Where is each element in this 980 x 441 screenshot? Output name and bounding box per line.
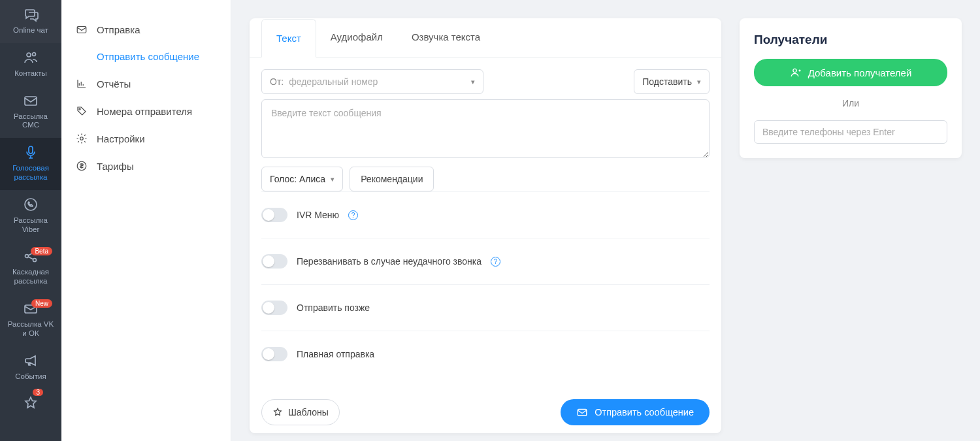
nav-contacts[interactable]: Контакты <box>0 43 61 86</box>
subnav-label: Настройки <box>97 133 145 144</box>
subnav-label: Отправить сообщение <box>97 51 199 62</box>
subnav-sender-numbers[interactable]: Номера отправителя <box>61 97 231 125</box>
subnav-label: Тарифы <box>97 161 134 172</box>
or-text: Или <box>754 98 947 108</box>
help-icon[interactable]: ? <box>348 210 358 220</box>
form-body: От: федеральный номер ▾ Подставить ▾ Гол… <box>250 57 721 389</box>
tag-icon <box>76 105 88 117</box>
new-badge: New <box>31 299 52 308</box>
contacts-icon <box>23 50 39 65</box>
chevron-down-icon: ▾ <box>697 78 701 86</box>
svg-rect-3 <box>29 146 33 154</box>
envelope-icon <box>76 24 88 35</box>
callback-label: Перезванивать в случае неудачного звонка <box>297 256 482 267</box>
substitute-select[interactable]: Подставить ▾ <box>634 69 710 94</box>
beta-badge: Beta <box>31 247 52 255</box>
card-footer: Шаблоны Отправить сообщение <box>250 389 721 433</box>
svg-rect-13 <box>578 410 587 416</box>
envelope-icon <box>576 406 588 418</box>
subnav-send[interactable]: Отправка <box>61 16 231 43</box>
envelope-icon <box>23 93 39 108</box>
subnav-send-message[interactable]: Отправить сообщение <box>61 43 231 70</box>
subnav-tariffs[interactable]: Тарифы <box>61 152 231 180</box>
ivr-toggle[interactable] <box>261 208 287 222</box>
nav-label: Рассылка VK и ОК <box>8 320 54 338</box>
subnav-label: Отчёты <box>97 78 131 90</box>
nav-cascade[interactable]: Beta Каскадная рассылка <box>0 242 61 294</box>
recipients-card: Получатели Добавить получателей Или <box>740 18 962 158</box>
content: Текст Аудиофайл Озвучка текста От: федер… <box>231 0 980 441</box>
count-badge: 3 <box>33 389 43 396</box>
chart-icon <box>76 78 88 90</box>
send-button[interactable]: Отправить сообщение <box>561 399 710 425</box>
dollar-icon <box>76 160 88 172</box>
star-icon <box>272 407 283 417</box>
smooth-label: Плавная отправка <box>297 349 374 359</box>
tab-text[interactable]: Текст <box>261 19 316 57</box>
chevron-down-icon: ▾ <box>471 78 475 86</box>
recipients-title: Получатели <box>754 33 947 47</box>
gear-icon <box>76 133 88 144</box>
ivr-label: IVR Меню <box>297 210 339 220</box>
substitute-label: Подставить <box>642 76 692 87</box>
tab-audio[interactable]: Аудиофайл <box>316 18 397 57</box>
message-input[interactable] <box>261 99 710 158</box>
voice-select[interactable]: Голос: Алиса ▾ <box>261 167 343 191</box>
user-plus-icon <box>790 67 802 78</box>
sub-nav: Отправка Отправить сообщение Отчёты Номе… <box>61 0 231 441</box>
nav-viber[interactable]: Рассылка Viber <box>0 190 61 242</box>
microphone-icon <box>23 144 39 160</box>
nav-online-chat[interactable]: Online чат <box>0 0 61 43</box>
nav-label: Online чат <box>13 26 48 35</box>
svg-point-10 <box>79 108 80 110</box>
compose-card: Текст Аудиофайл Озвучка текста От: федер… <box>250 18 721 433</box>
subnav-settings[interactable]: Настройки <box>61 125 231 152</box>
megaphone-icon <box>23 353 39 368</box>
svg-point-11 <box>80 137 84 140</box>
from-select[interactable]: От: федеральный номер ▾ <box>261 69 483 94</box>
nav-label: События <box>15 372 46 382</box>
phones-input[interactable] <box>754 120 947 144</box>
help-icon[interactable]: ? <box>491 257 500 267</box>
nav-label: Контакты <box>14 69 47 78</box>
svg-point-0 <box>27 53 31 57</box>
chat-icon <box>23 7 39 22</box>
subnav-label: Номера отправителя <box>97 106 192 117</box>
from-value: федеральный номер <box>289 76 466 87</box>
svg-point-14 <box>793 69 796 72</box>
nav-voice[interactable]: Голосовая рассылка <box>0 138 61 190</box>
nav-sms[interactable]: Рассылка СМС <box>0 86 61 139</box>
subnav-reports[interactable]: Отчёты <box>61 70 231 97</box>
templates-button[interactable]: Шаблоны <box>261 399 340 425</box>
svg-rect-2 <box>25 97 37 105</box>
recommendations-button[interactable]: Рекомендации <box>350 167 434 191</box>
star-icon <box>23 395 39 411</box>
tabs: Текст Аудиофайл Озвучка текста <box>250 18 721 57</box>
voice-value: Голос: Алиса <box>270 174 325 184</box>
later-label: Отправить позже <box>297 302 370 313</box>
nav-vk-ok[interactable]: New Рассылка VK и ОК <box>0 294 61 346</box>
main-nav: Online чат Контакты Рассылка СМС Голосов… <box>0 0 61 441</box>
viber-icon <box>23 197 39 212</box>
nav-label: Рассылка СМС <box>14 112 48 131</box>
nav-favorites[interactable]: 3 <box>0 389 61 411</box>
add-recipients-button[interactable]: Добавить получателей <box>754 59 947 86</box>
tab-tts[interactable]: Озвучка текста <box>397 18 495 57</box>
later-toggle[interactable] <box>261 301 287 315</box>
smooth-toggle[interactable] <box>261 347 287 361</box>
svg-point-1 <box>33 52 36 56</box>
nav-events[interactable]: События <box>0 346 61 389</box>
subnav-label: Отправка <box>97 24 140 35</box>
nav-label: Голосовая рассылка <box>12 164 49 182</box>
callback-toggle[interactable] <box>261 254 287 269</box>
nav-label: Рассылка Viber <box>14 216 48 235</box>
chevron-down-icon: ▾ <box>331 175 335 184</box>
nav-label: Каскадная рассылка <box>12 268 49 286</box>
from-prefix: От: <box>270 76 284 87</box>
svg-rect-9 <box>77 27 86 33</box>
